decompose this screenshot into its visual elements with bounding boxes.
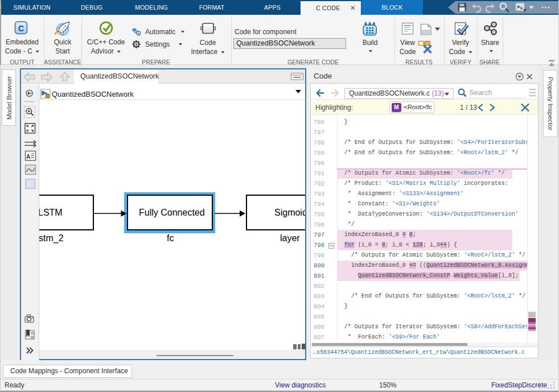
svg-text:A: A [138, 32, 140, 35]
svg-text:A: A [26, 154, 30, 160]
svg-text:C: C [18, 24, 24, 33]
